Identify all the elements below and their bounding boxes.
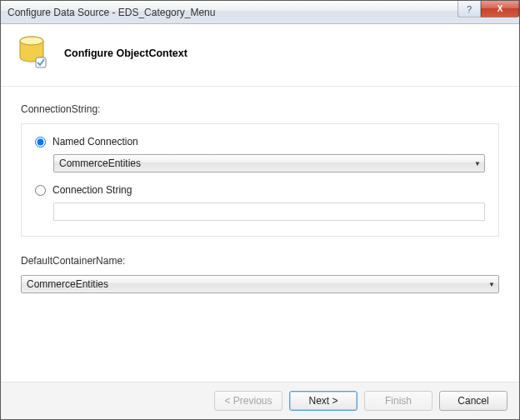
spacer: [21, 293, 499, 373]
previous-button: < Previous: [214, 391, 282, 411]
connection-string-row: Connection String: [35, 184, 485, 196]
chevron-down-icon: ▼: [474, 160, 481, 168]
titlebar: Configure Data Source - EDS_Category_Men…: [1, 1, 519, 24]
wizard-header: Configure ObjectContext: [1, 24, 519, 87]
page-title: Configure ObjectContext: [64, 48, 188, 59]
cancel-button[interactable]: Cancel: [439, 391, 508, 411]
database-icon: [18, 36, 49, 71]
window-title: Configure Data Source - EDS_Category_Men…: [8, 7, 215, 18]
defaultcontainer-value: CommerceEntities: [27, 278, 108, 290]
help-button[interactable]: ?: [458, 1, 481, 18]
close-button[interactable]: X: [481, 1, 519, 18]
named-connection-select-wrap: CommerceEntities ▼: [53, 154, 485, 172]
named-connection-label[interactable]: Named Connection: [52, 136, 138, 148]
named-connection-select[interactable]: CommerceEntities ▼: [53, 154, 485, 172]
connection-string-input-wrap: [53, 202, 485, 221]
connectionstring-label: ConnectionString:: [21, 103, 499, 115]
close-icon: X: [498, 4, 503, 13]
finish-button: Finish: [364, 391, 432, 411]
wizard-footer: < Previous Next > Finish Cancel: [1, 382, 519, 419]
named-connection-radio[interactable]: [35, 137, 46, 148]
chevron-down-icon: ▼: [488, 281, 495, 288]
dialog-window: Configure Data Source - EDS_Category_Men…: [0, 0, 520, 420]
connection-string-input[interactable]: [53, 202, 485, 221]
defaultcontainer-select[interactable]: CommerceEntities ▼: [21, 275, 499, 293]
next-button[interactable]: Next >: [289, 391, 358, 411]
titlebar-controls: ? X: [458, 1, 519, 18]
connection-string-label[interactable]: Connection String: [52, 184, 132, 196]
named-connection-row: Named Connection: [35, 136, 485, 148]
named-connection-value: CommerceEntities: [59, 158, 141, 169]
defaultcontainer-label: DefaultContainerName:: [21, 255, 499, 267]
help-icon: ?: [467, 4, 472, 14]
connectionstring-group: Named Connection CommerceEntities ▼ Conn…: [21, 123, 499, 237]
connection-string-radio[interactable]: [35, 185, 46, 196]
wizard-body: ConnectionString: Named Connection Comme…: [1, 87, 519, 382]
